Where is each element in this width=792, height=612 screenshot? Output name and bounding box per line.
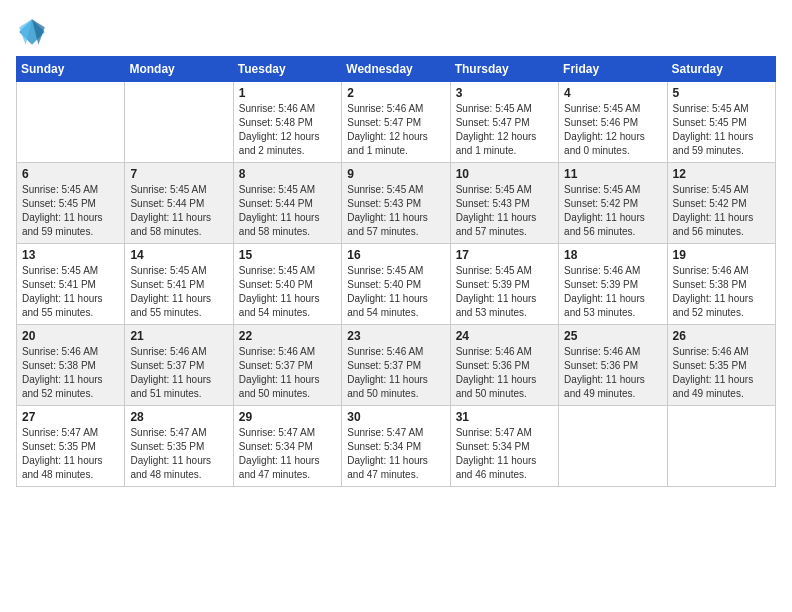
day-info: Sunrise: 5:46 AM Sunset: 5:39 PM Dayligh…	[564, 264, 661, 320]
day-number: 13	[22, 248, 119, 262]
calendar-cell: 20Sunrise: 5:46 AM Sunset: 5:38 PM Dayli…	[17, 325, 125, 406]
day-number: 14	[130, 248, 227, 262]
day-info: Sunrise: 5:45 AM Sunset: 5:44 PM Dayligh…	[239, 183, 336, 239]
calendar-week-row: 1Sunrise: 5:46 AM Sunset: 5:48 PM Daylig…	[17, 82, 776, 163]
calendar-cell: 10Sunrise: 5:45 AM Sunset: 5:43 PM Dayli…	[450, 163, 558, 244]
day-info: Sunrise: 5:46 AM Sunset: 5:37 PM Dayligh…	[130, 345, 227, 401]
day-info: Sunrise: 5:46 AM Sunset: 5:38 PM Dayligh…	[22, 345, 119, 401]
col-header-monday: Monday	[125, 57, 233, 82]
calendar-cell	[17, 82, 125, 163]
day-number: 31	[456, 410, 553, 424]
day-number: 26	[673, 329, 770, 343]
day-info: Sunrise: 5:46 AM Sunset: 5:47 PM Dayligh…	[347, 102, 444, 158]
day-number: 23	[347, 329, 444, 343]
calendar-cell: 5Sunrise: 5:45 AM Sunset: 5:45 PM Daylig…	[667, 82, 775, 163]
calendar-cell: 30Sunrise: 5:47 AM Sunset: 5:34 PM Dayli…	[342, 406, 450, 487]
logo	[16, 16, 52, 48]
day-info: Sunrise: 5:45 AM Sunset: 5:45 PM Dayligh…	[22, 183, 119, 239]
day-number: 16	[347, 248, 444, 262]
col-header-tuesday: Tuesday	[233, 57, 341, 82]
calendar-week-row: 20Sunrise: 5:46 AM Sunset: 5:38 PM Dayli…	[17, 325, 776, 406]
col-header-thursday: Thursday	[450, 57, 558, 82]
calendar-cell: 1Sunrise: 5:46 AM Sunset: 5:48 PM Daylig…	[233, 82, 341, 163]
calendar-cell: 24Sunrise: 5:46 AM Sunset: 5:36 PM Dayli…	[450, 325, 558, 406]
day-info: Sunrise: 5:45 AM Sunset: 5:45 PM Dayligh…	[673, 102, 770, 158]
calendar-cell: 4Sunrise: 5:45 AM Sunset: 5:46 PM Daylig…	[559, 82, 667, 163]
day-number: 28	[130, 410, 227, 424]
day-info: Sunrise: 5:46 AM Sunset: 5:36 PM Dayligh…	[456, 345, 553, 401]
day-number: 17	[456, 248, 553, 262]
day-info: Sunrise: 5:45 AM Sunset: 5:47 PM Dayligh…	[456, 102, 553, 158]
day-info: Sunrise: 5:45 AM Sunset: 5:40 PM Dayligh…	[239, 264, 336, 320]
day-info: Sunrise: 5:46 AM Sunset: 5:38 PM Dayligh…	[673, 264, 770, 320]
calendar-header-row: SundayMondayTuesdayWednesdayThursdayFrid…	[17, 57, 776, 82]
col-header-wednesday: Wednesday	[342, 57, 450, 82]
calendar-cell: 17Sunrise: 5:45 AM Sunset: 5:39 PM Dayli…	[450, 244, 558, 325]
day-info: Sunrise: 5:46 AM Sunset: 5:36 PM Dayligh…	[564, 345, 661, 401]
day-info: Sunrise: 5:46 AM Sunset: 5:37 PM Dayligh…	[347, 345, 444, 401]
day-number: 15	[239, 248, 336, 262]
day-number: 5	[673, 86, 770, 100]
calendar-cell: 27Sunrise: 5:47 AM Sunset: 5:35 PM Dayli…	[17, 406, 125, 487]
day-number: 24	[456, 329, 553, 343]
calendar-cell: 22Sunrise: 5:46 AM Sunset: 5:37 PM Dayli…	[233, 325, 341, 406]
calendar-cell: 28Sunrise: 5:47 AM Sunset: 5:35 PM Dayli…	[125, 406, 233, 487]
day-number: 7	[130, 167, 227, 181]
calendar-cell	[667, 406, 775, 487]
day-number: 6	[22, 167, 119, 181]
day-number: 8	[239, 167, 336, 181]
day-info: Sunrise: 5:46 AM Sunset: 5:35 PM Dayligh…	[673, 345, 770, 401]
day-info: Sunrise: 5:45 AM Sunset: 5:42 PM Dayligh…	[673, 183, 770, 239]
col-header-sunday: Sunday	[17, 57, 125, 82]
page: SundayMondayTuesdayWednesdayThursdayFrid…	[0, 0, 792, 612]
day-number: 18	[564, 248, 661, 262]
day-info: Sunrise: 5:47 AM Sunset: 5:34 PM Dayligh…	[239, 426, 336, 482]
calendar-cell: 29Sunrise: 5:47 AM Sunset: 5:34 PM Dayli…	[233, 406, 341, 487]
calendar-cell: 11Sunrise: 5:45 AM Sunset: 5:42 PM Dayli…	[559, 163, 667, 244]
calendar-cell: 18Sunrise: 5:46 AM Sunset: 5:39 PM Dayli…	[559, 244, 667, 325]
day-info: Sunrise: 5:47 AM Sunset: 5:34 PM Dayligh…	[456, 426, 553, 482]
day-number: 27	[22, 410, 119, 424]
day-info: Sunrise: 5:45 AM Sunset: 5:41 PM Dayligh…	[22, 264, 119, 320]
day-number: 19	[673, 248, 770, 262]
day-info: Sunrise: 5:46 AM Sunset: 5:48 PM Dayligh…	[239, 102, 336, 158]
calendar-cell: 21Sunrise: 5:46 AM Sunset: 5:37 PM Dayli…	[125, 325, 233, 406]
day-info: Sunrise: 5:45 AM Sunset: 5:41 PM Dayligh…	[130, 264, 227, 320]
calendar-table: SundayMondayTuesdayWednesdayThursdayFrid…	[16, 56, 776, 487]
day-info: Sunrise: 5:45 AM Sunset: 5:43 PM Dayligh…	[347, 183, 444, 239]
logo-icon	[16, 16, 48, 48]
day-info: Sunrise: 5:47 AM Sunset: 5:35 PM Dayligh…	[130, 426, 227, 482]
day-number: 22	[239, 329, 336, 343]
col-header-saturday: Saturday	[667, 57, 775, 82]
calendar-cell: 6Sunrise: 5:45 AM Sunset: 5:45 PM Daylig…	[17, 163, 125, 244]
calendar-cell: 13Sunrise: 5:45 AM Sunset: 5:41 PM Dayli…	[17, 244, 125, 325]
day-info: Sunrise: 5:47 AM Sunset: 5:34 PM Dayligh…	[347, 426, 444, 482]
calendar-cell: 16Sunrise: 5:45 AM Sunset: 5:40 PM Dayli…	[342, 244, 450, 325]
day-number: 9	[347, 167, 444, 181]
calendar-cell: 19Sunrise: 5:46 AM Sunset: 5:38 PM Dayli…	[667, 244, 775, 325]
calendar-cell: 9Sunrise: 5:45 AM Sunset: 5:43 PM Daylig…	[342, 163, 450, 244]
day-number: 10	[456, 167, 553, 181]
day-number: 30	[347, 410, 444, 424]
calendar-week-row: 13Sunrise: 5:45 AM Sunset: 5:41 PM Dayli…	[17, 244, 776, 325]
calendar-cell: 2Sunrise: 5:46 AM Sunset: 5:47 PM Daylig…	[342, 82, 450, 163]
day-info: Sunrise: 5:45 AM Sunset: 5:42 PM Dayligh…	[564, 183, 661, 239]
day-number: 20	[22, 329, 119, 343]
col-header-friday: Friday	[559, 57, 667, 82]
calendar-week-row: 27Sunrise: 5:47 AM Sunset: 5:35 PM Dayli…	[17, 406, 776, 487]
day-number: 21	[130, 329, 227, 343]
calendar-cell: 3Sunrise: 5:45 AM Sunset: 5:47 PM Daylig…	[450, 82, 558, 163]
day-number: 25	[564, 329, 661, 343]
day-info: Sunrise: 5:46 AM Sunset: 5:37 PM Dayligh…	[239, 345, 336, 401]
calendar-cell: 26Sunrise: 5:46 AM Sunset: 5:35 PM Dayli…	[667, 325, 775, 406]
day-info: Sunrise: 5:45 AM Sunset: 5:46 PM Dayligh…	[564, 102, 661, 158]
calendar-cell: 12Sunrise: 5:45 AM Sunset: 5:42 PM Dayli…	[667, 163, 775, 244]
day-info: Sunrise: 5:45 AM Sunset: 5:44 PM Dayligh…	[130, 183, 227, 239]
day-info: Sunrise: 5:45 AM Sunset: 5:43 PM Dayligh…	[456, 183, 553, 239]
day-number: 1	[239, 86, 336, 100]
calendar-week-row: 6Sunrise: 5:45 AM Sunset: 5:45 PM Daylig…	[17, 163, 776, 244]
day-info: Sunrise: 5:47 AM Sunset: 5:35 PM Dayligh…	[22, 426, 119, 482]
calendar-cell: 8Sunrise: 5:45 AM Sunset: 5:44 PM Daylig…	[233, 163, 341, 244]
calendar-cell: 23Sunrise: 5:46 AM Sunset: 5:37 PM Dayli…	[342, 325, 450, 406]
calendar-cell	[559, 406, 667, 487]
